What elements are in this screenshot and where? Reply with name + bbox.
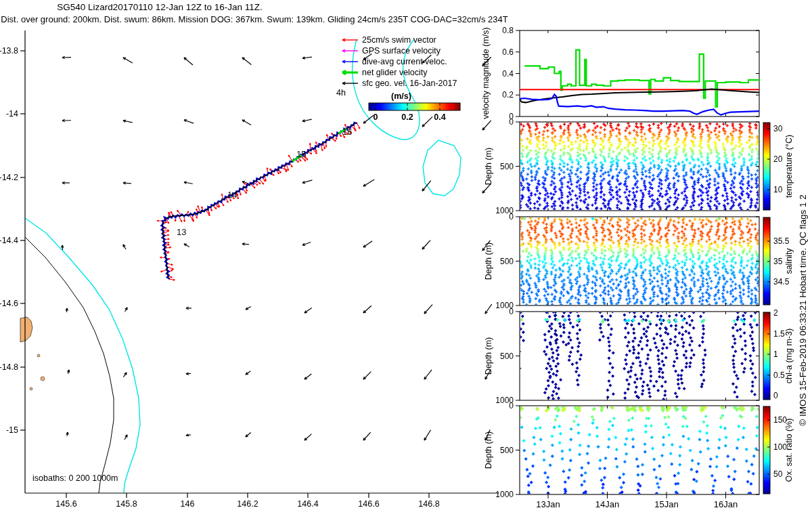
geo-velocity-arrow (123, 182, 131, 184)
chl-a-panel: 05001000Depth (m)00.511.52chl-a (mg m-3) (484, 307, 794, 405)
map-lon-tick-label: 145.8 (116, 499, 137, 508)
legend-item: sfc geo. vel. 16-Jan-2017 (342, 79, 457, 88)
colorbar-tick-label: 0.5 (773, 371, 785, 380)
salinity-panel: 05001000Depth (m)34.53535.5salinity (484, 212, 794, 310)
geo-velocity-arrow (66, 432, 68, 436)
y-tick-label: 0.6 (502, 47, 514, 57)
geo-velocity-arrow (184, 244, 189, 247)
geo-velocity-arrow (186, 307, 191, 309)
geo-velocity-arrow (302, 57, 312, 59)
velocity-panel: 00.20.40.60.8velocity magnitude (m/s) (481, 26, 759, 121)
geo-velocity-arrow (123, 120, 133, 123)
geo-velocity-arrow (363, 179, 374, 186)
colorbar-tick-label: 1.5 (773, 329, 785, 339)
dive-avg-current-line (161, 123, 357, 279)
geo-velocity-arrow (363, 372, 371, 379)
colorbar-title: temperature (°C) (784, 135, 794, 198)
colorbar-tick-label: 30 (773, 124, 783, 133)
imos-credit: © IMOS 15-Feb-2019 06:33:21 Hobart time.… (798, 194, 808, 426)
geo-velocity-arrow (363, 241, 372, 247)
geo-velocity-arrow (482, 121, 491, 130)
map-lon-tick-label: 146.2 (237, 499, 258, 508)
isobath-1000m (25, 218, 140, 493)
legend-item: net glider velocity (342, 68, 428, 77)
figure-svg: 13141516145.6145.8146146.2146.4146.6146.… (0, 0, 812, 508)
map-axes: 145.6145.8146146.2146.4146.6146.8-13.8-1… (0, 30, 499, 508)
isobath-200m (25, 237, 114, 493)
y-tick-label: 0 (509, 307, 514, 316)
geo-velocity-arrow (123, 373, 127, 377)
temperature-panel: 05001000Depth (m)102030temperature (°C) (484, 117, 794, 215)
legend-item-label: net glider velocity (362, 68, 428, 77)
colorbar-tick-label: 35.5 (773, 236, 790, 246)
legend-colorbar-title: (m/s) (391, 91, 411, 101)
y-tick-label: 500 (500, 162, 514, 171)
map-lat-tick-label: -15 (6, 425, 18, 435)
geo-velocity-arrow (246, 371, 250, 375)
geo-velocity-arrow (363, 305, 371, 313)
colorbar-tick-label: 2 (773, 308, 778, 318)
geo-velocity-arrow (242, 120, 251, 125)
legend-item: 25cm/s swim vector (342, 35, 436, 45)
legend-item-label: dive-avg current veloc. (362, 57, 447, 66)
map-lat-tick-label: -14.6 (0, 299, 18, 308)
y-tick-label: 0.2 (502, 90, 514, 100)
y-tick-label: 500 (500, 352, 514, 361)
geo-velocity-arrow (186, 373, 191, 375)
dive-number-label: 13 (177, 227, 186, 237)
swim-vectors (157, 123, 360, 280)
legend-time-note: 4h (336, 88, 346, 98)
geo-velocity-arrow (62, 119, 71, 121)
geo-velocity-arrow (363, 432, 371, 440)
date-tick-label: 14Jan (595, 499, 619, 508)
colorbar-tick-label: 50 (773, 469, 783, 479)
geo-velocity-arrow (304, 434, 311, 440)
legend-item-label: 25cm/s swim vector (362, 35, 436, 45)
geo-velocity-arrow (302, 180, 312, 184)
date-tick-label: 13Jan (536, 499, 560, 508)
map-lat-tick-label: -13.8 (0, 46, 18, 56)
colorbar-title: salinity (784, 248, 794, 274)
depth-ylabel: Depth (m) (484, 431, 493, 469)
geo-velocity-arrow (62, 56, 71, 58)
isobaths-caption: isobaths: 0 200 1000m (32, 473, 118, 483)
velocity-ylabel: velocity magnitude (m/s) (481, 27, 491, 119)
legend-item-label: sfc geo. vel. 16-Jan-2017 (362, 79, 457, 88)
legend-colorbar-tick: 0 (374, 112, 378, 122)
geo-velocity-arrow (184, 58, 193, 65)
colorbar (763, 123, 770, 210)
land-island (20, 317, 32, 342)
series-net-glider-velocity (524, 50, 759, 107)
glider-track (157, 123, 360, 280)
geo-velocity-arrow (422, 240, 430, 249)
y-tick-label: 0 (509, 117, 514, 127)
dive-number-label: 15 (296, 149, 306, 159)
geo-velocity-arrow (424, 370, 432, 379)
depth-ylabel: Depth (m) (484, 242, 493, 280)
geo-velocity-arrow (184, 120, 194, 123)
map-lon-tick-label: 145.6 (55, 499, 76, 508)
colorbar-tick-label: 34.5 (773, 277, 790, 287)
colorbar-title: chl-a (mg m-3) (784, 329, 794, 383)
geo-velocity-arrow (123, 58, 133, 63)
dive-number-label: 14 (227, 190, 237, 200)
track-centerline (162, 123, 357, 279)
map-lat-tick-label: -14.4 (0, 236, 18, 245)
y-tick-label: 0.8 (502, 26, 514, 35)
isobath-eddy-closed (423, 140, 461, 196)
colorbar-tick-label: 35 (773, 257, 783, 266)
legend-colorbar-tick: 0.2 (401, 112, 413, 122)
geo-velocity-arrow (246, 307, 251, 310)
y-tick-label: 500 (500, 257, 514, 266)
geo-velocity-arrow (424, 305, 432, 314)
date-tick-label: 15Jan (654, 499, 678, 508)
map-lon-tick-label: 146.4 (297, 499, 318, 508)
land-speck (37, 354, 40, 357)
geo-velocity-arrow (424, 430, 431, 440)
geo-velocity-arrow (242, 58, 251, 64)
figure-canvas: 13141516145.6145.8146146.2146.4146.6146.… (0, 0, 812, 508)
geo-velocity-arrow (125, 435, 127, 440)
y-tick-label: 500 (500, 446, 514, 455)
date-tick-label: 16Jan (714, 499, 738, 508)
y-tick-label: 1000 (495, 490, 514, 499)
